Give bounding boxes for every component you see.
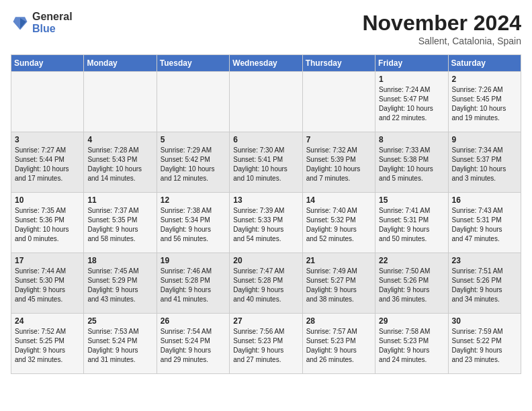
day-number: 12 <box>161 195 226 205</box>
month-year: November 2024 <box>362 11 521 36</box>
day-number: 17 <box>15 256 80 265</box>
day-info: Sunrise: 7:57 AM Sunset: 5:23 PM Dayligh… <box>306 327 371 365</box>
calendar-day-cell: 6Sunrise: 7:30 AM Sunset: 5:41 PM Daylig… <box>230 132 302 193</box>
day-info: Sunrise: 7:29 AM Sunset: 5:42 PM Dayligh… <box>161 146 226 183</box>
day-of-week-header: Friday <box>375 55 448 72</box>
day-info: Sunrise: 7:43 AM Sunset: 5:31 PM Dayligh… <box>452 206 517 244</box>
day-number: 3 <box>15 135 80 144</box>
logo-icon <box>11 13 30 32</box>
day-number: 13 <box>233 195 298 205</box>
day-info: Sunrise: 7:52 AM Sunset: 5:25 PM Dayligh… <box>15 327 80 365</box>
day-info: Sunrise: 7:50 AM Sunset: 5:26 PM Dayligh… <box>379 267 444 304</box>
day-info: Sunrise: 7:44 AM Sunset: 5:30 PM Dayligh… <box>15 267 80 304</box>
calendar-day-cell: 30Sunrise: 7:59 AM Sunset: 5:22 PM Dayli… <box>448 314 521 374</box>
calendar-day-cell: 26Sunrise: 7:54 AM Sunset: 5:24 PM Dayli… <box>157 314 229 374</box>
calendar-day-cell: 20Sunrise: 7:47 AM Sunset: 5:28 PM Dayli… <box>230 253 302 314</box>
calendar-day-cell: 11Sunrise: 7:37 AM Sunset: 5:35 PM Dayli… <box>84 193 157 253</box>
day-info: Sunrise: 7:34 AM Sunset: 5:37 PM Dayligh… <box>452 146 517 183</box>
calendar-day-cell: 3Sunrise: 7:27 AM Sunset: 5:44 PM Daylig… <box>11 132 84 193</box>
day-number: 10 <box>15 195 80 205</box>
day-number: 21 <box>306 256 371 265</box>
calendar-day-cell: 12Sunrise: 7:38 AM Sunset: 5:34 PM Dayli… <box>157 193 229 253</box>
day-number: 22 <box>379 256 444 265</box>
day-info: Sunrise: 7:58 AM Sunset: 5:23 PM Dayligh… <box>379 327 444 365</box>
calendar-week-row: 24Sunrise: 7:52 AM Sunset: 5:25 PM Dayli… <box>11 314 521 374</box>
calendar-day-cell: 27Sunrise: 7:56 AM Sunset: 5:23 PM Dayli… <box>230 314 302 374</box>
calendar-day-cell: 5Sunrise: 7:29 AM Sunset: 5:42 PM Daylig… <box>157 132 229 193</box>
day-of-week-header: Saturday <box>448 55 521 72</box>
day-number: 20 <box>233 256 298 265</box>
title-block: November 2024 Sallent, Catalonia, Spain <box>362 11 521 46</box>
calendar-day-cell: 7Sunrise: 7:32 AM Sunset: 5:39 PM Daylig… <box>302 132 375 193</box>
day-info: Sunrise: 7:26 AM Sunset: 5:45 PM Dayligh… <box>452 85 517 123</box>
calendar-day-cell: 28Sunrise: 7:57 AM Sunset: 5:23 PM Dayli… <box>302 314 375 374</box>
day-info: Sunrise: 7:49 AM Sunset: 5:27 PM Dayligh… <box>306 267 371 304</box>
calendar-table: SundayMondayTuesdayWednesdayThursdayFrid… <box>11 54 521 374</box>
day-number: 2 <box>452 75 517 84</box>
calendar-day-cell: 4Sunrise: 7:28 AM Sunset: 5:43 PM Daylig… <box>84 132 157 193</box>
day-info: Sunrise: 7:41 AM Sunset: 5:31 PM Dayligh… <box>379 206 444 244</box>
day-number: 19 <box>161 256 226 265</box>
day-info: Sunrise: 7:35 AM Sunset: 5:36 PM Dayligh… <box>15 206 80 244</box>
location: Sallent, Catalonia, Spain <box>362 36 521 46</box>
calendar-day-cell: 23Sunrise: 7:51 AM Sunset: 5:26 PM Dayli… <box>448 253 521 314</box>
day-number: 6 <box>233 135 298 144</box>
day-number: 7 <box>306 135 371 144</box>
calendar-day-cell <box>157 72 229 132</box>
day-number: 16 <box>452 195 517 205</box>
day-info: Sunrise: 7:46 AM Sunset: 5:28 PM Dayligh… <box>161 267 226 304</box>
calendar-day-cell: 17Sunrise: 7:44 AM Sunset: 5:30 PM Dayli… <box>11 253 84 314</box>
day-number: 28 <box>306 316 371 326</box>
calendar-day-cell: 24Sunrise: 7:52 AM Sunset: 5:25 PM Dayli… <box>11 314 84 374</box>
day-number: 27 <box>233 316 298 326</box>
day-info: Sunrise: 7:53 AM Sunset: 5:24 PM Dayligh… <box>87 327 152 365</box>
day-info: Sunrise: 7:56 AM Sunset: 5:23 PM Dayligh… <box>233 327 298 365</box>
calendar-day-cell <box>230 72 302 132</box>
calendar-day-cell: 19Sunrise: 7:46 AM Sunset: 5:28 PM Dayli… <box>157 253 229 314</box>
calendar-day-cell: 21Sunrise: 7:49 AM Sunset: 5:27 PM Dayli… <box>302 253 375 314</box>
day-info: Sunrise: 7:54 AM Sunset: 5:24 PM Dayligh… <box>161 327 226 365</box>
calendar-day-cell: 16Sunrise: 7:43 AM Sunset: 5:31 PM Dayli… <box>448 193 521 253</box>
day-number: 8 <box>379 135 444 144</box>
logo: General Blue <box>11 11 73 34</box>
day-of-week-header: Sunday <box>11 55 84 72</box>
logo-text: General Blue <box>32 11 73 34</box>
calendar-week-row: 17Sunrise: 7:44 AM Sunset: 5:30 PM Dayli… <box>11 253 521 314</box>
calendar-day-cell: 22Sunrise: 7:50 AM Sunset: 5:26 PM Dayli… <box>375 253 448 314</box>
day-number: 4 <box>87 135 152 144</box>
day-info: Sunrise: 7:38 AM Sunset: 5:34 PM Dayligh… <box>161 206 226 244</box>
calendar-day-cell: 13Sunrise: 7:39 AM Sunset: 5:33 PM Dayli… <box>230 193 302 253</box>
calendar-day-cell: 25Sunrise: 7:53 AM Sunset: 5:24 PM Dayli… <box>84 314 157 374</box>
day-number: 30 <box>452 316 517 326</box>
day-info: Sunrise: 7:32 AM Sunset: 5:39 PM Dayligh… <box>306 146 371 183</box>
calendar-day-cell <box>84 72 157 132</box>
day-of-week-header: Tuesday <box>157 55 229 72</box>
calendar-day-cell: 8Sunrise: 7:33 AM Sunset: 5:38 PM Daylig… <box>375 132 448 193</box>
day-info: Sunrise: 7:45 AM Sunset: 5:29 PM Dayligh… <box>87 267 152 304</box>
day-number: 18 <box>87 256 152 265</box>
day-number: 25 <box>87 316 152 326</box>
day-number: 24 <box>15 316 80 326</box>
day-info: Sunrise: 7:40 AM Sunset: 5:32 PM Dayligh… <box>306 206 371 244</box>
day-info: Sunrise: 7:47 AM Sunset: 5:28 PM Dayligh… <box>233 267 298 304</box>
page-header: General Blue November 2024 Sallent, Cata… <box>11 11 521 46</box>
day-of-week-header: Monday <box>84 55 157 72</box>
calendar-day-cell: 29Sunrise: 7:58 AM Sunset: 5:23 PM Dayli… <box>375 314 448 374</box>
day-info: Sunrise: 7:27 AM Sunset: 5:44 PM Dayligh… <box>15 146 80 183</box>
calendar-day-cell: 10Sunrise: 7:35 AM Sunset: 5:36 PM Dayli… <box>11 193 84 253</box>
day-info: Sunrise: 7:28 AM Sunset: 5:43 PM Dayligh… <box>87 146 152 183</box>
day-number: 9 <box>452 135 517 144</box>
day-info: Sunrise: 7:24 AM Sunset: 5:47 PM Dayligh… <box>379 85 444 123</box>
day-number: 29 <box>379 316 444 326</box>
day-info: Sunrise: 7:59 AM Sunset: 5:22 PM Dayligh… <box>452 327 517 365</box>
day-number: 14 <box>306 195 371 205</box>
day-number: 1 <box>379 75 444 84</box>
calendar-body: 1Sunrise: 7:24 AM Sunset: 5:47 PM Daylig… <box>11 72 521 374</box>
day-of-week-header: Wednesday <box>230 55 302 72</box>
calendar-day-cell: 1Sunrise: 7:24 AM Sunset: 5:47 PM Daylig… <box>375 72 448 132</box>
day-info: Sunrise: 7:30 AM Sunset: 5:41 PM Dayligh… <box>233 146 298 183</box>
calendar-day-cell <box>11 72 84 132</box>
calendar-day-cell: 2Sunrise: 7:26 AM Sunset: 5:45 PM Daylig… <box>448 72 521 132</box>
calendar-day-cell: 18Sunrise: 7:45 AM Sunset: 5:29 PM Dayli… <box>84 253 157 314</box>
day-number: 5 <box>161 135 226 144</box>
